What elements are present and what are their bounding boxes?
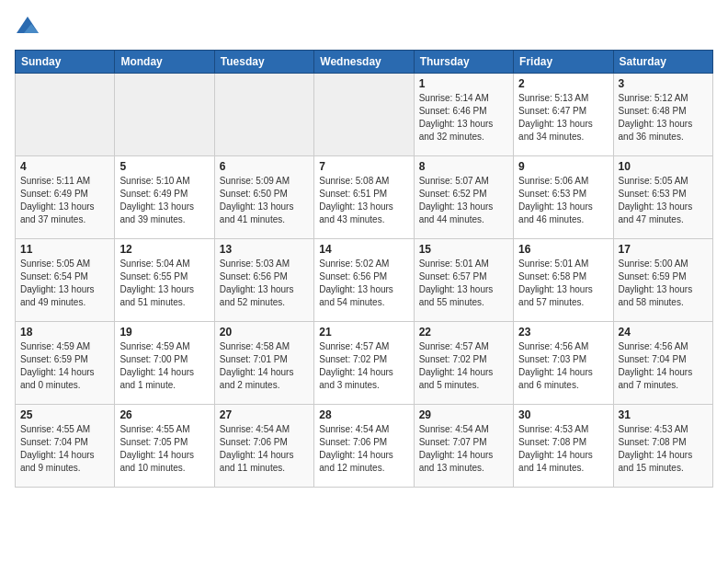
day-number: 2: [518, 77, 608, 90]
col-header-tuesday: Tuesday: [214, 51, 313, 74]
calendar-cell: 11Sunrise: 5:05 AMSunset: 6:54 PMDayligh…: [16, 239, 115, 322]
col-header-wednesday: Wednesday: [314, 51, 414, 74]
calendar-cell: 4Sunrise: 5:11 AMSunset: 6:49 PMDaylight…: [16, 156, 115, 239]
calendar-cell: 23Sunrise: 4:56 AMSunset: 7:03 PMDayligh…: [514, 322, 613, 405]
day-number: 5: [119, 160, 209, 173]
day-info: Sunrise: 4:54 AMSunset: 7:06 PMDaylight:…: [220, 423, 309, 475]
day-info: Sunrise: 4:53 AMSunset: 7:08 PMDaylight:…: [619, 423, 708, 475]
logo-icon: [15, 15, 40, 40]
day-info: Sunrise: 4:57 AMSunset: 7:02 PMDaylight:…: [419, 340, 508, 392]
day-number: 8: [419, 160, 508, 173]
calendar-cell: 3Sunrise: 5:12 AMSunset: 6:48 PMDaylight…: [613, 74, 712, 156]
calendar-cell: 22Sunrise: 4:57 AMSunset: 7:02 PMDayligh…: [414, 322, 513, 405]
calendar-cell: 6Sunrise: 5:09 AMSunset: 6:50 PMDaylight…: [214, 156, 313, 239]
day-info: Sunrise: 5:01 AMSunset: 6:58 PMDaylight:…: [518, 258, 608, 309]
calendar-cell: 20Sunrise: 4:58 AMSunset: 7:01 PMDayligh…: [214, 322, 313, 405]
day-info: Sunrise: 4:57 AMSunset: 7:02 PMDaylight:…: [319, 340, 408, 392]
col-header-thursday: Thursday: [414, 51, 513, 74]
calendar-cell: 13Sunrise: 5:03 AMSunset: 6:56 PMDayligh…: [214, 239, 313, 322]
day-number: 23: [518, 326, 608, 339]
day-number: 16: [518, 243, 608, 256]
day-number: 19: [119, 326, 209, 339]
day-number: 14: [319, 243, 408, 256]
calendar-cell: 14Sunrise: 5:02 AMSunset: 6:56 PMDayligh…: [314, 239, 414, 322]
day-number: 4: [20, 160, 109, 173]
day-info: Sunrise: 4:58 AMSunset: 7:01 PMDaylight:…: [220, 340, 309, 392]
page-header: [15, 15, 713, 40]
calendar-cell: 16Sunrise: 5:01 AMSunset: 6:58 PMDayligh…: [514, 239, 613, 322]
day-number: 1: [419, 77, 508, 90]
day-number: 24: [619, 326, 708, 339]
day-info: Sunrise: 5:03 AMSunset: 6:56 PMDaylight:…: [220, 258, 309, 309]
calendar-week-row: 11Sunrise: 5:05 AMSunset: 6:54 PMDayligh…: [16, 239, 713, 322]
calendar-cell: 1Sunrise: 5:14 AMSunset: 6:46 PMDaylight…: [414, 74, 513, 156]
day-info: Sunrise: 5:07 AMSunset: 6:52 PMDaylight:…: [419, 175, 508, 226]
calendar-cell: [314, 74, 414, 156]
day-number: 25: [20, 408, 109, 421]
day-number: 6: [220, 160, 309, 173]
day-info: Sunrise: 5:06 AMSunset: 6:53 PMDaylight:…: [518, 175, 608, 226]
calendar-cell: 12Sunrise: 5:04 AMSunset: 6:55 PMDayligh…: [115, 239, 214, 322]
day-info: Sunrise: 4:54 AMSunset: 7:07 PMDaylight:…: [419, 423, 508, 475]
calendar-cell: 5Sunrise: 5:10 AMSunset: 6:49 PMDaylight…: [115, 156, 214, 239]
calendar-cell: 27Sunrise: 4:54 AMSunset: 7:06 PMDayligh…: [214, 405, 313, 488]
day-info: Sunrise: 5:00 AMSunset: 6:59 PMDaylight:…: [619, 258, 708, 309]
day-number: 30: [518, 408, 608, 421]
day-info: Sunrise: 5:08 AMSunset: 6:51 PMDaylight:…: [319, 175, 408, 226]
calendar-cell: 17Sunrise: 5:00 AMSunset: 6:59 PMDayligh…: [613, 239, 712, 322]
logo: [15, 15, 44, 40]
day-info: Sunrise: 5:04 AMSunset: 6:55 PMDaylight:…: [119, 258, 209, 309]
day-number: 18: [20, 326, 109, 339]
calendar-cell: 25Sunrise: 4:55 AMSunset: 7:04 PMDayligh…: [16, 405, 115, 488]
day-number: 29: [419, 408, 508, 421]
day-info: Sunrise: 4:56 AMSunset: 7:04 PMDaylight:…: [619, 340, 708, 392]
calendar-cell: 19Sunrise: 4:59 AMSunset: 7:00 PMDayligh…: [115, 322, 214, 405]
day-number: 7: [319, 160, 408, 173]
day-info: Sunrise: 5:01 AMSunset: 6:57 PMDaylight:…: [419, 258, 508, 309]
calendar-cell: 10Sunrise: 5:05 AMSunset: 6:53 PMDayligh…: [613, 156, 712, 239]
day-number: 10: [619, 160, 708, 173]
day-info: Sunrise: 5:12 AMSunset: 6:48 PMDaylight:…: [619, 92, 708, 144]
day-number: 22: [419, 326, 508, 339]
day-info: Sunrise: 5:13 AMSunset: 6:47 PMDaylight:…: [518, 92, 608, 144]
calendar-cell: 7Sunrise: 5:08 AMSunset: 6:51 PMDaylight…: [314, 156, 414, 239]
day-info: Sunrise: 4:59 AMSunset: 6:59 PMDaylight:…: [20, 340, 109, 392]
day-info: Sunrise: 5:05 AMSunset: 6:54 PMDaylight:…: [20, 258, 109, 309]
calendar-cell: 18Sunrise: 4:59 AMSunset: 6:59 PMDayligh…: [16, 322, 115, 405]
day-info: Sunrise: 5:14 AMSunset: 6:46 PMDaylight:…: [419, 92, 508, 144]
day-info: Sunrise: 4:55 AMSunset: 7:04 PMDaylight:…: [20, 423, 109, 475]
day-number: 12: [119, 243, 209, 256]
day-number: 20: [220, 326, 309, 339]
calendar-cell: 24Sunrise: 4:56 AMSunset: 7:04 PMDayligh…: [613, 322, 712, 405]
day-number: 26: [119, 408, 209, 421]
calendar-week-row: 4Sunrise: 5:11 AMSunset: 6:49 PMDaylight…: [16, 156, 713, 239]
calendar-cell: 26Sunrise: 4:55 AMSunset: 7:05 PMDayligh…: [115, 405, 214, 488]
day-number: 31: [619, 408, 708, 421]
col-header-saturday: Saturday: [613, 51, 712, 74]
day-number: 15: [419, 243, 508, 256]
calendar-cell: 8Sunrise: 5:07 AMSunset: 6:52 PMDaylight…: [414, 156, 513, 239]
calendar-cell: 15Sunrise: 5:01 AMSunset: 6:57 PMDayligh…: [414, 239, 513, 322]
calendar-cell: 29Sunrise: 4:54 AMSunset: 7:07 PMDayligh…: [414, 405, 513, 488]
day-info: Sunrise: 5:11 AMSunset: 6:49 PMDaylight:…: [20, 175, 109, 226]
calendar-cell: 2Sunrise: 5:13 AMSunset: 6:47 PMDaylight…: [514, 74, 613, 156]
calendar-week-row: 1Sunrise: 5:14 AMSunset: 6:46 PMDaylight…: [16, 74, 713, 156]
day-info: Sunrise: 4:56 AMSunset: 7:03 PMDaylight:…: [518, 340, 608, 392]
day-number: 11: [20, 243, 109, 256]
day-info: Sunrise: 4:59 AMSunset: 7:00 PMDaylight:…: [119, 340, 209, 392]
col-header-monday: Monday: [115, 51, 214, 74]
day-info: Sunrise: 5:10 AMSunset: 6:49 PMDaylight:…: [119, 175, 209, 226]
calendar-cell: [115, 74, 214, 156]
day-info: Sunrise: 5:05 AMSunset: 6:53 PMDaylight:…: [619, 175, 708, 226]
day-number: 17: [619, 243, 708, 256]
calendar-header-row: SundayMondayTuesdayWednesdayThursdayFrid…: [16, 51, 713, 74]
calendar-cell: [16, 74, 115, 156]
day-number: 28: [319, 408, 408, 421]
calendar-table: SundayMondayTuesdayWednesdayThursdayFrid…: [15, 50, 713, 488]
col-header-friday: Friday: [514, 51, 613, 74]
day-number: 9: [518, 160, 608, 173]
day-info: Sunrise: 4:53 AMSunset: 7:08 PMDaylight:…: [518, 423, 608, 475]
calendar-cell: 21Sunrise: 4:57 AMSunset: 7:02 PMDayligh…: [314, 322, 414, 405]
col-header-sunday: Sunday: [16, 51, 115, 74]
calendar-cell: [214, 74, 313, 156]
